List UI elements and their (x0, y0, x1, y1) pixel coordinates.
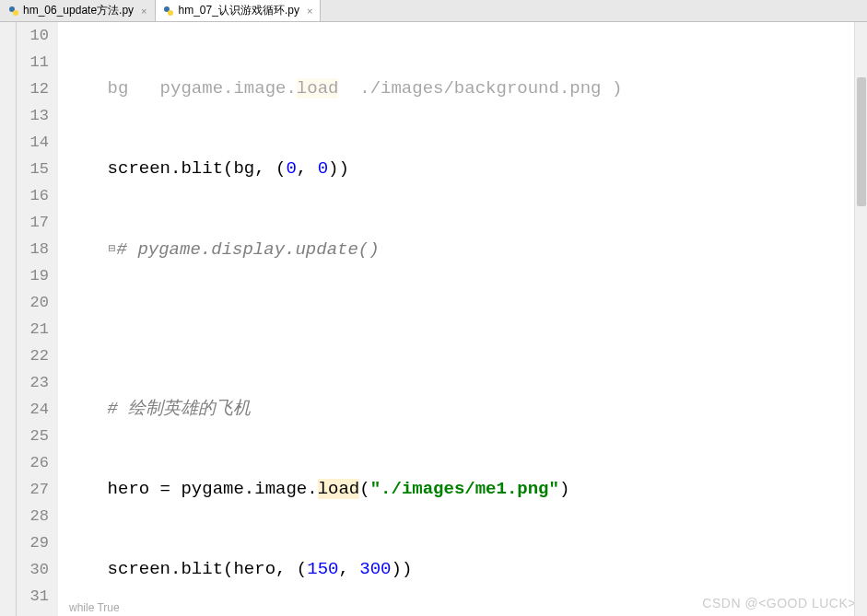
line-number: 25 (17, 423, 49, 449)
tab-file-2[interactable]: hm_07_认识游戏循环.py × (156, 0, 322, 21)
code-line: hero = pygame.image.load("./images/me1.p… (58, 476, 867, 503)
python-file-icon (7, 5, 19, 17)
code-line: screen.blit(bg, (0, 0)) (58, 156, 867, 182)
svg-point-3 (168, 10, 173, 16)
fold-marker-icon[interactable]: ⊟ (108, 236, 117, 262)
editor: 1011121314151617181920212223242526272829… (0, 22, 867, 616)
close-icon[interactable]: × (141, 6, 146, 17)
line-number: 14 (17, 129, 49, 156)
line-number: 21 (17, 316, 49, 343)
line-number: 17 (17, 209, 49, 236)
line-number-gutter: 1011121314151617181920212223242526272829… (17, 22, 58, 616)
line-number: 22 (17, 343, 49, 369)
code-line: ⊟# pygame.display.update() (58, 236, 867, 262)
line-number: 24 (17, 396, 49, 423)
editor-left-margin (0, 22, 17, 616)
tab-label: hm_07_认识游戏循环.py (179, 3, 299, 18)
code-area[interactable]: bg pygame.image.load ./images/background… (58, 22, 867, 616)
vertical-scrollbar[interactable] (854, 22, 867, 616)
line-number: 16 (17, 182, 49, 209)
line-number: 13 (17, 102, 49, 129)
python-file-icon (163, 5, 175, 17)
line-number: 29 (17, 529, 49, 556)
tab-label: hm_06_update方法.py (23, 3, 134, 18)
line-number: 23 (17, 369, 49, 396)
line-number: 30 (17, 556, 49, 583)
line-number: 10 (17, 22, 49, 49)
line-number: 31 (17, 583, 49, 610)
line-number: 18 (17, 236, 49, 262)
code-line: screen.blit(hero, (150, 300)) (58, 556, 867, 583)
svg-point-1 (13, 10, 18, 16)
close-icon[interactable]: × (307, 6, 312, 17)
breadcrumb[interactable]: while True (69, 601, 120, 614)
tab-file-1[interactable]: hm_06_update方法.py × (0, 0, 156, 21)
scrollbar-thumb[interactable] (857, 77, 866, 206)
line-number: 26 (17, 449, 49, 476)
line-number: 12 (17, 76, 49, 102)
tab-bar: hm_06_update方法.py × hm_07_认识游戏循环.py × (0, 0, 867, 22)
watermark: CSDN @<GOOD LUCK> (702, 596, 856, 610)
line-number: 28 (17, 503, 49, 529)
code-line: bg pygame.image.load ./images/background… (58, 76, 867, 102)
line-number: 20 (17, 289, 49, 316)
line-number: 11 (17, 49, 49, 76)
code-line (58, 316, 867, 343)
line-number: 15 (17, 156, 49, 182)
line-number: 19 (17, 262, 49, 289)
line-number: 27 (17, 476, 49, 503)
code-line: # 绘制英雄的飞机 (58, 396, 867, 423)
